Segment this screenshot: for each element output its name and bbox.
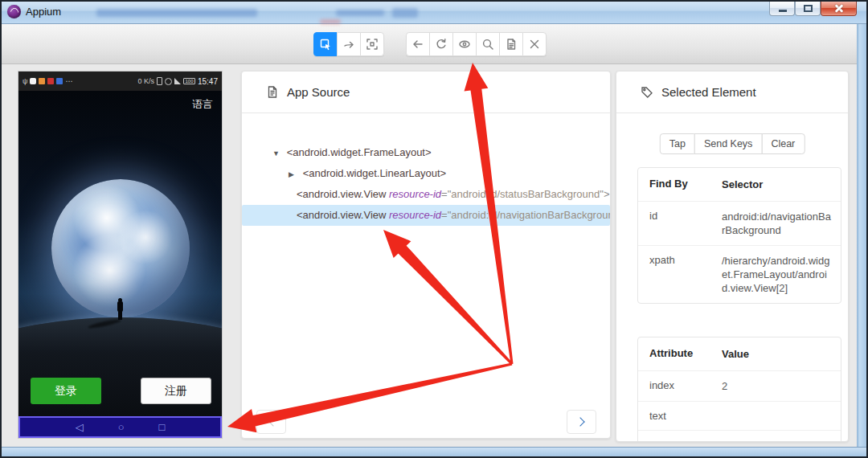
signal-strength-icon xyxy=(174,78,181,84)
select-elements-icon xyxy=(319,38,332,51)
tree-node-navigationbar-view-selected[interactable]: <android.view.View resource-id="android:… xyxy=(242,205,610,226)
tree-attr-name: resource-id xyxy=(389,188,441,200)
window-border-bottom xyxy=(2,447,866,456)
file-text-icon xyxy=(266,85,279,99)
app-notification-icon xyxy=(39,78,45,84)
action-button-group xyxy=(406,32,547,56)
register-button[interactable]: 注册 xyxy=(141,378,211,404)
caret-down-icon[interactable]: ▼ xyxy=(272,143,284,163)
find-by-key: id xyxy=(638,202,722,245)
message-icon xyxy=(30,78,36,84)
tree-node-label: <android.widget.LinearLayout> xyxy=(303,167,447,179)
vibrate-icon xyxy=(157,77,162,85)
language-button[interactable]: 语言 xyxy=(192,97,213,112)
refresh-icon xyxy=(435,38,448,51)
element-actions: Tap Send Keys Clear xyxy=(660,133,805,154)
app-notification-icon xyxy=(47,78,54,84)
tree-attr-value: android:id/statusBarBackground xyxy=(451,188,600,200)
tap-coordinates-icon xyxy=(366,38,379,51)
table-row: xpath /hierarchy/android.widget.FrameLay… xyxy=(638,245,841,303)
nav-home-icon[interactable]: ○ xyxy=(118,421,125,433)
close-window-button[interactable] xyxy=(821,2,857,16)
minimize-button[interactable] xyxy=(769,2,795,16)
device-screenshot-mirror[interactable]: ψ ⋯ 0 K/s 100 15:47 语言 登录 注册 ◁ ○ □ xyxy=(18,71,223,439)
titlebar-ghost-text xyxy=(96,9,257,17)
panel-title: Selected Element xyxy=(661,85,756,99)
app-source-header: App Source xyxy=(242,72,610,113)
login-button[interactable]: 登录 xyxy=(31,378,101,404)
search-icon xyxy=(481,38,494,51)
collapse-panel-button[interactable] xyxy=(256,410,286,434)
clear-button[interactable]: Clear xyxy=(761,133,805,154)
screenshot-visibility-button[interactable] xyxy=(452,32,477,56)
tree-attr-value: android:id/navigationBarBackground xyxy=(451,209,610,221)
table-row: text xyxy=(638,401,841,430)
maximize-button[interactable] xyxy=(795,2,821,16)
table-row: class android.view.Vie xyxy=(638,430,841,442)
swipe-by-coordinates-button[interactable] xyxy=(337,32,361,56)
network-speed: 0 K/s xyxy=(137,77,154,85)
chevron-right-icon xyxy=(575,417,584,426)
find-by-value: /hierarchy/android.widget.FrameLayout/an… xyxy=(722,246,841,303)
chevron-left-icon xyxy=(268,417,277,426)
expand-panel-button[interactable] xyxy=(567,410,596,434)
back-button[interactable] xyxy=(406,32,430,56)
attribute-key: index xyxy=(638,371,722,401)
app-screen[interactable]: 语言 登录 注册 xyxy=(18,91,222,418)
app-source-panel: App Source ▼ <android.widget.FrameLayout… xyxy=(241,71,611,439)
tap-button[interactable]: Tap xyxy=(660,133,695,154)
nav-recents-icon[interactable]: □ xyxy=(159,421,166,433)
find-by-value: android:id/navigationBarBackground xyxy=(722,202,841,245)
window-title: Appium xyxy=(26,6,61,18)
table-header-row: Find By Selector xyxy=(638,168,841,201)
tree-node-label: <android.widget.FrameLayout> xyxy=(287,146,432,158)
more-notifications-icon: ⋯ xyxy=(65,77,72,85)
search-elements-button[interactable] xyxy=(476,32,500,56)
attribute-value: android.view.Vie xyxy=(722,431,841,442)
attribute-value: 2 xyxy=(722,371,841,401)
titlebar-ghost-text xyxy=(392,8,418,18)
attribute-value xyxy=(722,402,841,430)
nav-back-icon[interactable]: ◁ xyxy=(76,421,84,433)
source-xml-tree: ▼ <android.widget.FrameLayout> ▶ <androi… xyxy=(242,142,610,226)
inspector-toolbar xyxy=(2,24,866,64)
tag-icon xyxy=(641,86,653,99)
navigation-bar-highlighted[interactable]: ◁ ○ □ xyxy=(18,416,222,438)
table-row: index 2 xyxy=(638,370,841,401)
table-header-row: Attribute Value xyxy=(638,337,841,370)
tree-attr-name: resource-id xyxy=(389,209,441,221)
usb-icon: ψ xyxy=(23,77,27,85)
panel-title: App Source xyxy=(287,85,350,99)
quit-session-button[interactable] xyxy=(522,32,547,56)
attribute-key: text xyxy=(638,402,722,430)
alarm-icon xyxy=(165,78,172,85)
select-elements-button[interactable] xyxy=(313,32,338,56)
device-statusbar: ψ ⋯ 0 K/s 100 15:47 xyxy=(18,72,222,91)
table-row: id android:id/navigationBarBackground xyxy=(638,201,841,245)
column-header: Find By xyxy=(638,168,722,201)
back-arrow-icon xyxy=(411,38,424,51)
tree-node-statusbar-view[interactable]: <android.view.View resource-id="android:… xyxy=(242,184,610,205)
minimize-icon xyxy=(779,10,787,12)
attributes-table: Attribute Value index 2 text class andro… xyxy=(637,337,841,442)
tree-node-framelayout[interactable]: ▼ <android.widget.FrameLayout> xyxy=(242,142,610,163)
maximize-icon xyxy=(804,5,813,12)
tree-attr-eq: =" xyxy=(441,209,451,221)
tap-by-coordinates-button[interactable] xyxy=(360,32,384,56)
window-titlebar[interactable]: Appium xyxy=(0,0,868,24)
window-border-right xyxy=(857,24,866,448)
appium-logo-icon xyxy=(7,5,21,18)
copy-xml-button[interactable] xyxy=(499,32,523,56)
send-keys-button[interactable]: Send Keys xyxy=(694,133,762,154)
eye-icon xyxy=(458,38,471,51)
tree-node-tag: <android.view.View xyxy=(297,188,389,200)
mode-button-group xyxy=(313,32,384,56)
find-by-key: xpath xyxy=(638,246,722,303)
refresh-button[interactable] xyxy=(429,32,453,56)
tree-attr-eq: =" xyxy=(441,188,451,200)
caret-right-icon[interactable]: ▶ xyxy=(289,164,300,184)
selected-element-panel: Selected Element Tap Send Keys Clear Fin… xyxy=(616,71,849,442)
tree-node-linearlayout[interactable]: ▶ <android.widget.LinearLayout> xyxy=(242,163,610,184)
titlebar-ghost-smudge xyxy=(320,19,341,24)
app-notification-icon xyxy=(56,78,63,84)
